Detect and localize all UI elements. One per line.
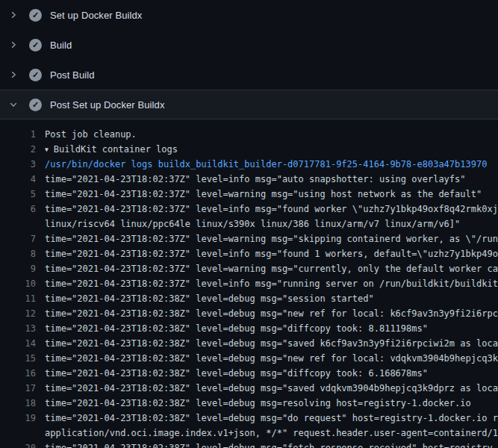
log-line: 11time="2021-04-23T18:02:38Z" level=debu…: [9, 291, 498, 306]
log-line: application/vnd.oci.image.index.v1+json,…: [9, 426, 498, 441]
line-number[interactable]: 10: [9, 276, 36, 291]
log-group-toggle[interactable]: 2▼BuildKit container logs: [9, 142, 498, 157]
line-number[interactable]: 3: [9, 157, 36, 172]
section-row-post-set-up-docker-buildx[interactable]: ✓Post Set up Docker Buildx: [0, 90, 498, 119]
log-line: 1Post job cleanup.: [9, 127, 498, 142]
log-line: 16time="2021-04-23T18:02:38Z" level=debu…: [9, 366, 498, 381]
log-line: 9time="2021-04-23T18:02:37Z" level=warni…: [9, 261, 498, 276]
log-line: 18time="2021-04-23T18:02:38Z" level=debu…: [9, 396, 498, 411]
section-row-build[interactable]: ✓Build: [0, 30, 498, 60]
section-label: Post Set up Docker Buildx: [50, 99, 165, 111]
line-number[interactable]: 4: [9, 172, 36, 187]
log-message: time="2021-04-23T18:02:38Z" level=debug …: [36, 351, 498, 366]
workflow-log-viewer: ✓Set up Docker Buildx✓Build✓Post Build✓P…: [0, 0, 498, 448]
section-label: Post Build: [50, 69, 95, 81]
line-number[interactable]: 5: [9, 187, 36, 202]
log-line: 15time="2021-04-23T18:02:38Z" level=debu…: [9, 351, 498, 366]
section-row-post-build[interactable]: ✓Post Build: [0, 60, 498, 90]
log-line: 4time="2021-04-23T18:02:37Z" level=info …: [9, 172, 498, 187]
log-message: time="2021-04-23T18:02:37Z" level=warnin…: [36, 231, 498, 246]
chevron-right-icon: [9, 70, 18, 79]
line-number[interactable]: 8: [9, 246, 36, 261]
log-message: time="2021-04-23T18:02:37Z" level=info m…: [36, 246, 498, 261]
group-label: BuildKit container logs: [54, 144, 178, 155]
section-label: Set up Docker Buildx: [50, 10, 142, 21]
group-toggle-text: ▼BuildKit container logs: [36, 142, 498, 157]
log-message: time="2021-04-23T18:02:37Z" level=info m…: [36, 172, 498, 187]
log-line: linux/riscv64 linux/ppc64le linux/s390x …: [9, 217, 498, 231]
check-circle-icon: ✓: [29, 39, 42, 52]
log-line: 3/usr/bin/docker logs buildx_buildkit_bu…: [9, 157, 498, 172]
check-circle-icon: ✓: [29, 99, 42, 111]
command-text: /usr/bin/docker logs buildx_buildkit_bui…: [36, 157, 498, 172]
section-label: Build: [50, 40, 72, 51]
line-number[interactable]: 6: [9, 202, 36, 217]
check-circle-icon: ✓: [29, 9, 42, 22]
line-number[interactable]: 18: [9, 396, 36, 411]
line-number[interactable]: 14: [9, 336, 36, 351]
log-message: time="2021-04-23T18:02:37Z" level=warnin…: [36, 187, 498, 202]
log-message: time="2021-04-23T18:02:38Z" level=debug …: [36, 321, 498, 336]
log-line: 5time="2021-04-23T18:02:37Z" level=warni…: [9, 187, 498, 202]
log-line: 8time="2021-04-23T18:02:37Z" level=info …: [9, 246, 498, 261]
log-lines: 1Post job cleanup.2▼BuildKit container l…: [0, 119, 498, 448]
check-circle-icon: ✓: [29, 69, 42, 81]
log-message: Post job cleanup.: [36, 127, 498, 142]
log-line: 19time="2021-04-23T18:02:38Z" level=debu…: [9, 411, 498, 426]
log-message: time="2021-04-23T18:02:38Z" level=debug …: [36, 336, 498, 351]
log-message: time="2021-04-23T18:02:38Z" level=debug …: [36, 411, 498, 426]
line-number: [9, 426, 36, 441]
log-line: 14time="2021-04-23T18:02:38Z" level=debu…: [9, 336, 498, 351]
log-line: 6time="2021-04-23T18:02:37Z" level=info …: [9, 202, 498, 217]
chevron-down-icon: [9, 100, 18, 109]
log-message: application/vnd.oci.image.index.v1+json,…: [36, 426, 498, 441]
log-message: linux/riscv64 linux/ppc64le linux/s390x …: [36, 217, 498, 231]
line-number[interactable]: 16: [9, 366, 36, 381]
triangle-down-icon: ▼: [45, 146, 49, 153]
log-line: 20time="2021-04-23T18:02:38Z" level=debu…: [9, 441, 498, 448]
section-row-set-up-docker-buildx[interactable]: ✓Set up Docker Buildx: [0, 0, 498, 30]
log-message: time="2021-04-23T18:02:38Z" level=debug …: [36, 396, 498, 411]
log-message: time="2021-04-23T18:02:38Z" level=debug …: [36, 291, 498, 306]
log-line: 7time="2021-04-23T18:02:37Z" level=warni…: [9, 231, 498, 246]
log-message: time="2021-04-23T18:02:38Z" level=debug …: [36, 441, 498, 448]
line-number[interactable]: 7: [9, 231, 36, 246]
log-message: time="2021-04-23T18:02:37Z" level=info m…: [36, 276, 498, 291]
line-number[interactable]: 15: [9, 351, 36, 366]
sections: ✓Set up Docker Buildx✓Build✓Post Build✓P…: [0, 0, 498, 119]
log-line: 13time="2021-04-23T18:02:38Z" level=debu…: [9, 321, 498, 336]
log-message: time="2021-04-23T18:02:38Z" level=debug …: [36, 366, 498, 381]
line-number[interactable]: 17: [9, 381, 36, 396]
chevron-right-icon: [9, 40, 18, 49]
chevron-right-icon: [9, 10, 18, 19]
line-number[interactable]: 13: [9, 321, 36, 336]
log-message: time="2021-04-23T18:02:37Z" level=info m…: [36, 202, 498, 217]
line-number[interactable]: 19: [9, 411, 36, 426]
line-number: [9, 217, 36, 231]
line-number[interactable]: 2: [9, 142, 36, 157]
log-line: 17time="2021-04-23T18:02:38Z" level=debu…: [9, 381, 498, 396]
line-number[interactable]: 11: [9, 291, 36, 306]
log-line: 12time="2021-04-23T18:02:38Z" level=debu…: [9, 306, 498, 321]
line-number[interactable]: 12: [9, 306, 36, 321]
line-number[interactable]: 20: [9, 441, 36, 448]
line-number[interactable]: 9: [9, 261, 36, 276]
log-line: 10time="2021-04-23T18:02:37Z" level=info…: [9, 276, 498, 291]
line-number[interactable]: 1: [9, 127, 36, 142]
log-message: time="2021-04-23T18:02:38Z" level=debug …: [36, 306, 498, 321]
log-message: time="2021-04-23T18:02:37Z" level=warnin…: [36, 261, 498, 276]
log-message: time="2021-04-23T18:02:38Z" level=debug …: [36, 381, 498, 396]
